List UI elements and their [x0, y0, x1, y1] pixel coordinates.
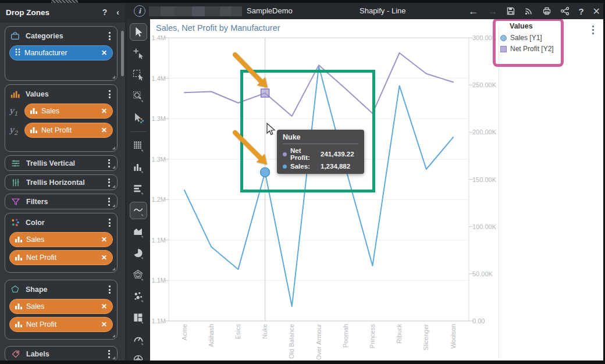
drag-handle-hatch[interactable] [51, 0, 78, 3]
dropzone-categories[interactable]: Categories Manufacturer ✕ [5, 26, 118, 81]
chart-tooltip: Nuke Net Profit: 241,439.22 Sales: 1,234… [277, 130, 364, 174]
bar-field-icon [15, 320, 22, 329]
series-dot-netprofit [283, 152, 287, 156]
tag-icon [10, 348, 22, 360]
remove-field-icon[interactable]: ✕ [101, 320, 107, 329]
kebab-menu-icon[interactable] [106, 195, 112, 208]
kebab-menu-icon[interactable] [106, 348, 112, 361]
kebab-menu-icon[interactable] [106, 176, 112, 189]
category-label-esics: Esics [234, 324, 241, 339]
area-chart-tool-icon[interactable] [130, 223, 147, 241]
map-chart-tool-icon[interactable] [130, 351, 147, 361]
info-icon[interactable]: i [134, 5, 145, 17]
pill-label: Sales [41, 107, 98, 115]
section-label: Trellis Vertical [26, 159, 106, 167]
kebab-menu-icon[interactable] [106, 216, 113, 229]
publish-rss-icon[interactable] [524, 6, 533, 16]
pill-shape-sales[interactable]: Sales ✕ [9, 299, 113, 314]
column-chart-tool-icon[interactable] [130, 159, 147, 176]
mouse-cursor [266, 123, 276, 137]
visualization-title: Shapify - Line [360, 6, 406, 15]
section-label: Filters [26, 198, 106, 206]
pill-label: Net Profit [26, 320, 98, 329]
category-label-woolson: Woolson [450, 324, 457, 349]
scatter-chart-tool-icon[interactable] [130, 288, 147, 305]
drop-zones-header: Drop Zones ? ‹ [0, 3, 125, 22]
print-icon[interactable] [542, 6, 551, 16]
pill-manufacturer[interactable]: Manufacturer ✕ [9, 45, 113, 60]
radar-chart-tool-icon[interactable] [130, 266, 147, 284]
window-frame-bottom [0, 361, 605, 364]
y2-axis-label: y2 [9, 125, 24, 136]
pill-color-sales[interactable]: Sales ✕ [9, 232, 113, 247]
values-bars-icon [9, 88, 21, 100]
bar-field-icon [15, 302, 22, 311]
back-icon[interactable]: ← [468, 5, 478, 17]
category-label-poomah: Poomah [342, 324, 349, 348]
dropzone-shape[interactable]: Shape Sales ✕ Net Profit ✕ [5, 280, 118, 340]
chart-canvas[interactable] [150, 19, 603, 361]
share-icon[interactable] [560, 6, 570, 16]
y1-axis-label: y1 [9, 106, 24, 117]
marquee-select-tool-icon[interactable] [130, 66, 147, 84]
tooltip-row: Net Profit: 241,439.22 [283, 147, 358, 161]
remove-field-icon[interactable]: ✕ [101, 302, 107, 311]
pointer-tool-icon[interactable] [130, 23, 147, 41]
pill-label: Sales [26, 235, 98, 244]
panel-scrollbar[interactable] [121, 31, 124, 76]
remove-field-icon[interactable]: ✕ [101, 107, 107, 115]
chart-kebab-menu-icon[interactable] [592, 26, 594, 34]
filter-icon [10, 196, 22, 208]
panel-title: Drop Zones [6, 8, 93, 17]
category-label-ribuck: Ribuck [396, 324, 403, 344]
help-icon[interactable]: ? [102, 8, 108, 17]
collapse-panel-icon[interactable]: ‹ [116, 8, 119, 17]
save-icon[interactable] [506, 6, 515, 16]
axis-tick-label: 0.00 [472, 317, 485, 324]
category-label-adihash: Adihash [208, 324, 215, 347]
treemap-chart-tool-icon[interactable] [130, 309, 147, 327]
gauge-chart-tool-icon[interactable] [130, 331, 147, 348]
category-label-over-armour: Over Armour [315, 324, 322, 360]
pill-shape-netprofit[interactable]: Net Profit ✕ [9, 317, 113, 332]
dropzone-filters[interactable]: Filters [5, 194, 118, 209]
section-label: Values [26, 90, 106, 98]
line-chart-tool-icon[interactable] [130, 202, 147, 219]
bar-field-icon [15, 254, 22, 262]
dropzone-labels[interactable]: Labels [5, 346, 118, 362]
dropzone-color[interactable]: Color Sales ✕ Net Profit ✕ [5, 213, 118, 273]
dropzone-trellis-vertical[interactable]: Trellis Vertical [5, 155, 118, 171]
pie-chart-tool-icon[interactable] [130, 245, 147, 262]
shape-icon [9, 284, 21, 295]
zoom-select-tool-icon[interactable] [130, 88, 147, 105]
bar-field-icon [15, 235, 22, 244]
highlight-pointer-tool-icon[interactable] [130, 109, 147, 127]
dropzone-values[interactable]: Values y1 Sales ✕ y2 Net Profit [5, 84, 118, 152]
add-pointer-tool-icon[interactable] [130, 45, 147, 62]
chart-title: Sales, Net Profit by Manufacturer [156, 23, 280, 33]
tooltip-title: Nuke [283, 133, 358, 141]
window-frame-top [0, 0, 605, 3]
kebab-menu-icon[interactable] [106, 30, 113, 42]
bar-chart-tool-icon[interactable] [130, 180, 147, 198]
kebab-menu-icon[interactable] [106, 283, 113, 296]
rail-divider [131, 131, 146, 132]
pill-color-netprofit[interactable]: Net Profit ✕ [9, 250, 113, 265]
pill-sales-y1[interactable]: Sales ✕ [24, 104, 113, 119]
help-icon[interactable]: ? [578, 6, 583, 16]
remove-field-icon[interactable]: ✕ [101, 126, 107, 134]
grid-chart-tool-icon[interactable] [130, 137, 147, 155]
dropzone-trellis-horizontal[interactable]: Trellis Horizontal [5, 174, 118, 190]
pill-label: Net Profit [26, 254, 98, 262]
kebab-menu-icon[interactable] [106, 157, 112, 170]
kebab-menu-icon[interactable] [106, 88, 113, 101]
section-label: Labels [26, 350, 106, 358]
axis-tick-label: 250.00K [472, 81, 496, 88]
remove-field-icon[interactable]: ✕ [101, 235, 107, 244]
remove-field-icon[interactable]: ✕ [101, 254, 107, 262]
pill-netprofit-y2[interactable]: Net Profit ✕ [24, 123, 113, 138]
remove-field-icon[interactable]: ✕ [101, 49, 107, 57]
close-icon[interactable]: ✕ [593, 6, 600, 17]
section-label: Shape [26, 286, 106, 294]
category-label-slicenger: Slicenger [422, 324, 429, 351]
